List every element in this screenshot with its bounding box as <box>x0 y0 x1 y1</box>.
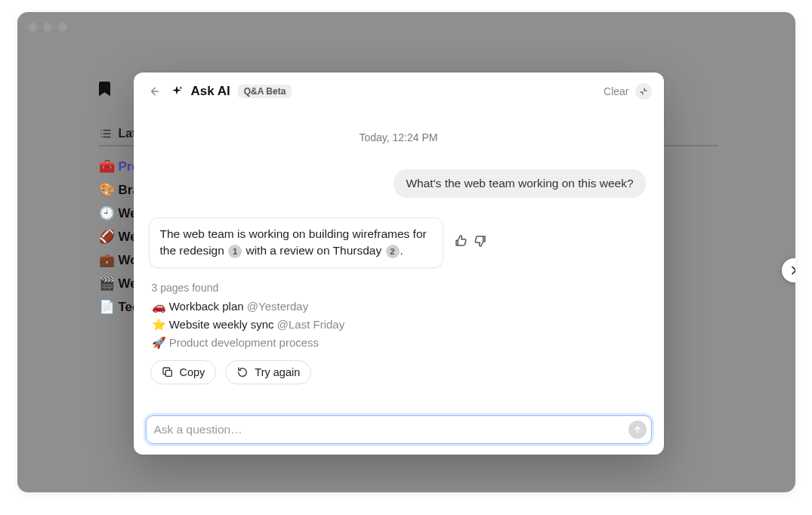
traffic-minimize[interactable] <box>43 23 52 32</box>
try-again-button[interactable]: Try again <box>225 360 311 384</box>
copy-button[interactable]: Copy <box>150 360 217 384</box>
thumbs-up-button[interactable] <box>454 234 468 251</box>
thumbs-up-icon <box>454 234 468 248</box>
page-emoji-icon: 🧰 <box>99 159 113 174</box>
source-item[interactable]: 🚀 Product development process <box>152 336 649 350</box>
thumbs-down-button[interactable] <box>474 234 487 251</box>
collapse-icon <box>639 87 648 96</box>
chevron-right-icon <box>788 264 795 276</box>
source-time: @Yesterday <box>244 300 309 313</box>
arrow-left-icon <box>148 85 160 97</box>
app-window: Lat 🧰Pro🎨Bra🕘We🏈We💼Wo🎬We📄Tec Ask AI Q&A … <box>17 12 795 492</box>
citation-1[interactable]: 1 <box>228 245 242 258</box>
source-title: Workback plan <box>169 300 244 313</box>
sparkle-icon <box>170 85 184 98</box>
citation-2[interactable]: 2 <box>386 245 400 258</box>
modal-title: Ask AI <box>191 84 230 99</box>
minimize-button[interactable] <box>635 83 652 100</box>
page-emoji-icon: 🎨 <box>99 182 113 198</box>
send-button[interactable] <box>628 421 647 439</box>
question-input-wrap <box>146 415 652 444</box>
traffic-close[interactable] <box>28 23 37 32</box>
svg-rect-6 <box>165 370 171 376</box>
response-actions: Copy Try again <box>149 360 649 384</box>
question-input[interactable] <box>154 423 628 436</box>
clear-button[interactable]: Clear <box>604 85 628 97</box>
page-emoji-icon: 🎬 <box>99 276 113 291</box>
retry-icon <box>236 366 249 378</box>
source-title: Website weekly sync <box>169 318 274 331</box>
ai-message: The web team is working on building wire… <box>149 217 443 268</box>
page-emoji-icon: 📄 <box>99 299 113 315</box>
traffic-zoom[interactable] <box>58 23 67 32</box>
ask-ai-modal: Ask AI Q&A Beta Clear Today, 12:24 PM Wh… <box>134 72 664 455</box>
user-message-row: What's the web team working on this week… <box>149 169 649 198</box>
sources-header: 3 pages found <box>152 282 649 294</box>
bookmark-icon <box>99 80 114 98</box>
timestamp: Today, 12:24 PM <box>149 131 649 143</box>
beta-badge: Q&A Beta <box>238 85 292 98</box>
user-message: What's the web team working on this week… <box>394 169 645 198</box>
source-time: @Last Friday <box>274 318 345 331</box>
source-title: Product development process <box>169 336 319 349</box>
source-emoji-icon: 🚀 <box>152 336 169 349</box>
source-item[interactable]: ⭐ Website weekly sync @Last Friday <box>152 318 649 332</box>
carousel-next-button[interactable] <box>782 258 795 282</box>
arrow-up-icon <box>632 424 643 435</box>
feedback-controls <box>454 234 487 251</box>
sources-section: 3 pages found 🚗 Workback plan @Yesterday… <box>149 282 649 350</box>
back-button[interactable] <box>146 83 162 100</box>
page-emoji-icon: 🏈 <box>99 229 113 245</box>
window-traffic-lights <box>28 23 67 32</box>
copy-icon <box>162 366 174 378</box>
page-emoji-icon: 🕘 <box>99 205 113 221</box>
source-emoji-icon: 🚗 <box>152 300 169 313</box>
thumbs-down-icon <box>474 234 487 248</box>
list-icon <box>99 127 113 140</box>
source-item[interactable]: 🚗 Workback plan @Yesterday <box>152 300 649 313</box>
source-emoji-icon: ⭐ <box>152 318 169 331</box>
ai-response-row: The web team is working on building wire… <box>149 217 649 268</box>
modal-header: Ask AI Q&A Beta Clear <box>146 83 652 100</box>
conversation-area: Today, 12:24 PM What's the web team work… <box>146 100 652 415</box>
page-emoji-icon: 💼 <box>99 252 113 268</box>
